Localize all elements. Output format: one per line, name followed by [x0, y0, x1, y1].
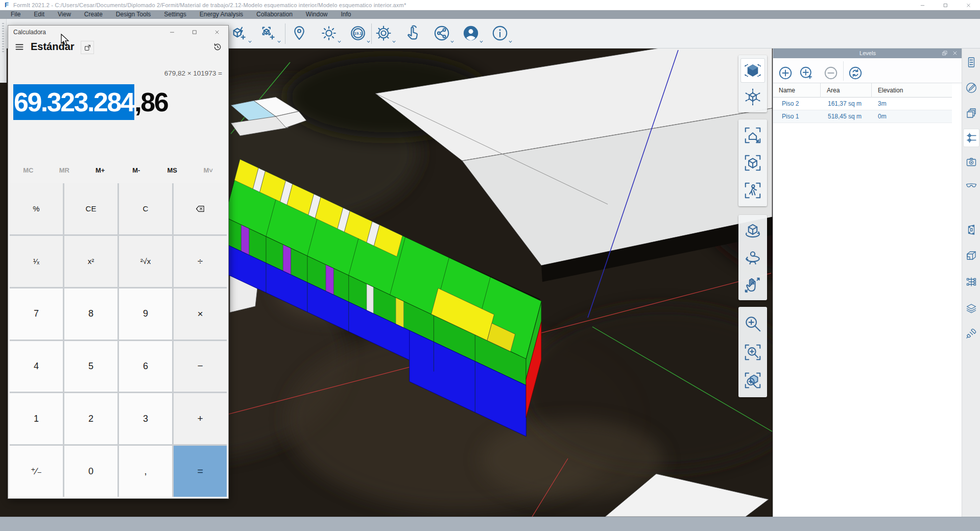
calc-key-⁺∕₋[interactable]: ⁺∕₋ — [10, 446, 63, 497]
calc-key-9[interactable]: 9 — [119, 288, 172, 340]
add-sublevel-button[interactable] — [799, 65, 814, 81]
calc-key-7[interactable]: 7 — [10, 288, 63, 340]
calc-key-x²[interactable]: x² — [64, 236, 117, 287]
calc-key-=[interactable]: = — [174, 446, 227, 497]
menu-view[interactable]: View — [51, 10, 78, 19]
result-rest-text: ,86 — [134, 87, 168, 117]
calc-key-1[interactable]: 1 — [10, 393, 63, 444]
level-name[interactable]: Piso 2 — [782, 100, 799, 107]
scene-tree-panel-button[interactable] — [964, 273, 979, 291]
first-person-button[interactable] — [741, 179, 764, 202]
level-elevation[interactable]: 3m — [878, 100, 887, 107]
memory-key-m-[interactable]: M- — [118, 162, 155, 179]
add-energy-model-button[interactable] — [231, 25, 249, 43]
calculator-title-bar[interactable]: Calculadora — [8, 26, 228, 39]
menu-info[interactable]: Info — [334, 10, 358, 19]
float-panel-icon[interactable] — [941, 50, 949, 57]
fit-home-button[interactable] — [741, 124, 764, 147]
add-level-button[interactable] — [778, 65, 793, 81]
menu-file[interactable]: File — [4, 10, 27, 19]
memory-key-ms[interactable]: MS — [154, 162, 190, 179]
remove-level-button[interactable] — [823, 65, 839, 81]
calculator-close-button[interactable] — [206, 26, 228, 39]
touch-input-button[interactable] — [404, 25, 422, 43]
info-button[interactable] — [491, 25, 510, 43]
calc-key-CE[interactable]: CE — [64, 183, 117, 234]
zoom-object-button[interactable] — [741, 369, 764, 392]
look-around-button[interactable] — [741, 246, 764, 270]
table-row-level[interactable]: Piso 2161,37 sq m3m — [773, 98, 952, 110]
calc-key-8[interactable]: 8 — [64, 288, 117, 340]
glasses-3d-panel-button[interactable] — [964, 177, 979, 194]
memory-keys-row: MCMRM+M-MSM˅ — [10, 162, 226, 179]
add-group-button[interactable] — [260, 25, 278, 43]
menu-settings[interactable]: Settings — [157, 10, 193, 19]
content-panel-panel-button[interactable] — [964, 221, 979, 238]
calc-key-2[interactable]: 2 — [64, 393, 117, 444]
level-name[interactable]: Piso 1 — [782, 113, 799, 120]
sun-shadows-button[interactable] — [320, 25, 339, 43]
calc-key-+[interactable]: + — [174, 393, 227, 444]
zoom-window-button[interactable] — [741, 341, 764, 364]
calc-key-0[interactable]: 0 — [64, 446, 117, 497]
calc-key-²√x[interactable]: ²√x — [119, 236, 172, 287]
calc-key-4[interactable]: 4 — [10, 341, 63, 392]
corner-section-panel-button[interactable] — [964, 247, 979, 264]
pan-hand-button[interactable] — [741, 273, 764, 297]
section-cube-button[interactable] — [741, 59, 764, 82]
calc-key-,[interactable]: , — [119, 446, 172, 497]
zoom-object-icon — [743, 371, 762, 390]
menu-window[interactable]: Window — [299, 10, 334, 19]
axes-cube-button[interactable] — [741, 85, 764, 109]
layers-panel-button[interactable] — [964, 105, 979, 122]
levels-panel-header[interactable]: Levels — [773, 49, 962, 58]
menu-create[interactable]: Create — [78, 10, 109, 19]
calc-key-÷[interactable]: ÷ — [174, 236, 227, 287]
orbit-cube-button[interactable] — [741, 219, 764, 242]
table-row-level[interactable]: Piso 1518,45 sq m0m — [773, 110, 952, 123]
zoom-in-button[interactable] — [741, 312, 764, 335]
calc-key-3[interactable]: 3 — [119, 393, 172, 444]
sync-levels-button[interactable] — [848, 65, 863, 81]
scale-badge-button[interactable]: 19.1 — [349, 25, 368, 43]
menu-edit[interactable]: Edit — [27, 10, 51, 19]
location-pin-button[interactable] — [291, 25, 309, 43]
settings-gear-button[interactable] — [375, 25, 393, 43]
menu-design-tools[interactable]: Design Tools — [109, 10, 157, 19]
calc-key-%[interactable]: % — [10, 183, 63, 234]
close-button[interactable] — [957, 0, 980, 10]
materials-panel-button[interactable] — [964, 79, 979, 96]
scenes-camera-panel-button[interactable] — [964, 153, 979, 171]
minimize-button[interactable] — [911, 0, 934, 10]
history-icon[interactable] — [213, 42, 223, 53]
calculator-result[interactable]: 69.323.284,86 — [13, 79, 223, 126]
calc-key-backspace[interactable] — [174, 183, 227, 234]
calc-key-×[interactable]: × — [174, 288, 227, 340]
menu-energy-analysis[interactable]: Energy Analysis — [193, 10, 250, 19]
column-header-name[interactable]: Name — [779, 87, 795, 94]
calc-key-5[interactable]: 5 — [64, 341, 117, 392]
share-network-button[interactable] — [433, 25, 451, 43]
calc-key-6[interactable]: 6 — [119, 341, 172, 392]
plugins-plug-panel-button[interactable] — [964, 325, 979, 342]
user-account-button[interactable] — [462, 25, 481, 43]
calculator-minimize-button[interactable] — [161, 26, 183, 39]
panel-sliders-panel-button[interactable] — [964, 54, 979, 71]
calc-key-¹⁄ₓ[interactable]: ¹⁄ₓ — [10, 236, 63, 287]
calculator-maximize-button[interactable] — [183, 26, 206, 39]
column-header-elevation[interactable]: Elevation — [878, 87, 903, 94]
sheets-stack-panel-button[interactable] — [964, 299, 979, 317]
levels-panel-button[interactable] — [964, 129, 979, 147]
close-panel-icon[interactable] — [951, 50, 959, 57]
calc-key-C[interactable]: C — [119, 183, 172, 234]
calc-key-−[interactable]: − — [174, 341, 227, 392]
column-header-area[interactable]: Area — [827, 87, 840, 94]
add-level-icon — [778, 65, 793, 81]
maximize-button[interactable] — [934, 0, 957, 10]
hamburger-menu-icon[interactable] — [14, 42, 26, 53]
keep-on-top-icon[interactable] — [81, 41, 94, 54]
memory-key-m+[interactable]: M+ — [82, 162, 118, 179]
menu-collaboration[interactable]: Collaboration — [250, 10, 299, 19]
level-elevation[interactable]: 0m — [878, 113, 887, 120]
fit-box-button[interactable] — [741, 151, 764, 175]
